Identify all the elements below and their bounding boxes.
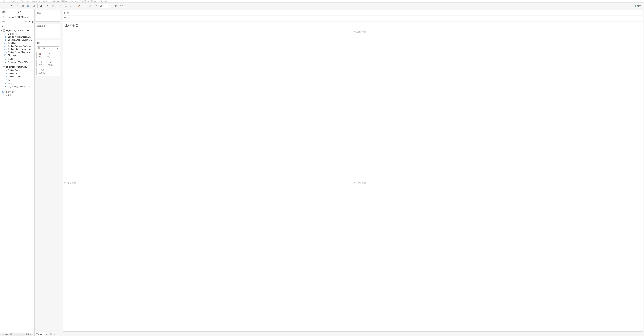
search-field[interactable] [2,21,25,23]
save-dropdown-caret[interactable]: ▾ [25,5,26,6]
sort-desc-button[interactable] [69,4,74,8]
tooltip-button[interactable]: 工具提示 [36,68,48,75]
field-site-name[interactable]: AbcSite Name [0,42,34,44]
menu-map[interactable]: 地圖(M) [61,0,68,2]
menu-file[interactable]: 檔案(F) [2,0,8,2]
field-timestamp[interactable]: Timestamp [0,54,34,57]
duplicate-button[interactable] [45,4,50,8]
svg-rect-31 [32,21,32,22]
measure-values[interactable]: #度量值 [0,94,34,97]
detail-button[interactable]: 詳細資料 [45,60,57,67]
color-button[interactable]: 色彩 [36,52,44,59]
group-button[interactable] [82,4,87,8]
tableau-logo-icon[interactable] [2,4,6,8]
menu-help[interactable]: 說明(H) [100,0,108,2]
save-button[interactable] [20,4,25,8]
presentation-button[interactable] [119,4,124,8]
menu-worksheet[interactable]: 工作表(W) [20,0,29,2]
tab-datasource[interactable]: 資料來源 [0,333,14,336]
tab-analytics[interactable]: 分析 [16,9,32,15]
field-station-address-join[interactable]: AbcStation Address (Iis Airb... [0,44,34,48]
new-sheet-icon[interactable] [39,4,44,8]
field-station-id[interactable]: AbcStation Id [0,72,34,75]
svg-text:T: T [90,5,91,6]
new-worksheet-tab-icon[interactable] [45,333,49,336]
show-cards-caret[interactable]: ▾ [118,5,119,6]
show-me-button[interactable]: 顯示 [632,4,643,8]
menu-analysis[interactable]: 分析(A) [52,0,59,2]
tab-sheet1[interactable]: 工作表 1 [24,333,34,336]
tab-data[interactable]: 資料 [0,9,16,15]
svg-rect-16 [65,6,66,6]
forward-button[interactable] [15,4,20,8]
field-station-address[interactable]: AbcStation Address [0,69,34,72]
measure-names[interactable]: Abc度量名稱 [0,90,34,94]
clear-button[interactable] [50,4,55,8]
new-dashboard-tab-icon[interactable] [49,333,53,336]
menu-window[interactable]: 視窗(N) [91,0,98,2]
field-station-name-join[interactable]: AbcStation Name (Iis Airbox... [0,51,34,54]
sheet-title[interactable]: 工作表 2 [63,22,643,29]
new-worksheet-button[interactable] [31,4,36,8]
collapse-sidebar-icon[interactable]: ‹ [31,11,34,13]
columns-shelf[interactable] [81,10,643,15]
field-station-name[interactable]: AbcStation Name [0,75,34,78]
fit-dropdown[interactable]: 標準 ▾ [98,4,111,8]
text-button[interactable]: T 文字 [36,60,44,67]
viz-main-drop[interactable]: 在此處放置欄位 [78,35,643,332]
field-lat-join[interactable]: ⊕Lat (Iis Airbox Station.Cs... [0,36,34,38]
string-type-icon: Abc [4,51,7,53]
auto-mark-icon [38,48,40,50]
new-story-tab-icon[interactable] [53,333,58,336]
field-lon[interactable]: ⊕Lon [0,82,34,85]
table-header-2[interactable]: ▾ iis_airbox_station.csv [0,65,34,69]
viz-row-drop[interactable]: 在此處放置欄位 [63,35,78,332]
highlight-caret[interactable]: ▾ [81,5,82,6]
color-icon [39,52,42,55]
field-lat[interactable]: ⊕Lat [0,79,34,82]
svg-rect-51 [42,69,44,70]
show-labels-button[interactable]: T [88,4,93,8]
pin-button[interactable] [94,4,98,8]
tab-sheet2[interactable]: 工作表 2 [34,333,45,336]
filter-icon[interactable] [29,20,31,24]
menu-data[interactable]: 資料(D) [11,0,18,2]
datasource-row[interactable]: iis_airbox_20220731.csv... [0,15,34,19]
pages-shelf[interactable]: 頁面 [36,10,60,22]
search-input[interactable]: 🔍 [1,20,28,24]
menu-story[interactable]: 故事(T) [43,0,50,2]
highlight-button[interactable] [76,4,81,8]
menu-format[interactable]: 格式(O) [71,0,78,2]
field-lon-join[interactable]: ⊕Lon (Iis Airbox Station.C... [0,38,34,42]
field-station-id-join[interactable]: AbcStation Id (Iis Airbox Stat... [0,48,34,51]
menu-dashboard[interactable]: 儀表板(B) [32,0,40,2]
mark-type-dropdown[interactable]: 自動 ▾ [37,46,59,50]
new-datasource-button[interactable] [26,4,31,8]
svg-point-49 [50,62,51,63]
canvas-area: 欄 列 工作表 2 在此處放置欄位 在此處放置欄位 在此處放置欄位 [62,9,644,332]
back-button[interactable] [9,4,14,8]
field-count-2[interactable]: #iis_airbox_station.csv (計數) [0,85,34,88]
clear-caret[interactable]: ▾ [55,5,56,6]
group-caret[interactable]: ▾ [87,5,88,6]
svg-rect-25 [115,6,116,6]
field-pm25[interactable]: #Pm25 [0,58,34,61]
field-count-1[interactable]: #iis_airbox_20220731.csv (... [0,61,34,64]
filters-shelf[interactable]: 篩選條件 [36,24,60,38]
tables-section-label: 表 [0,24,34,29]
table-icon [3,66,5,68]
swap-button[interactable] [58,4,63,8]
table-header-1[interactable]: ▾ iis_airbox_20220731.csv [0,29,34,32]
rows-shelf[interactable] [81,16,643,21]
viz-col-drop[interactable]: 在此處放置欄位 [78,29,643,35]
field-device-id[interactable]: AbcDevice Id [0,32,34,36]
new-sheet-caret[interactable]: ▾ [44,5,44,6]
view-list-icon[interactable] [32,20,34,24]
menu-server[interactable]: 伺服器(S) [80,0,89,2]
svg-rect-17 [65,6,66,6]
svg-rect-64 [50,335,51,335]
size-button[interactable]: 大小 [45,52,53,59]
sort-asc-button[interactable] [64,4,68,8]
svg-rect-4 [4,6,4,6]
show-cards-button[interactable] [113,4,118,8]
